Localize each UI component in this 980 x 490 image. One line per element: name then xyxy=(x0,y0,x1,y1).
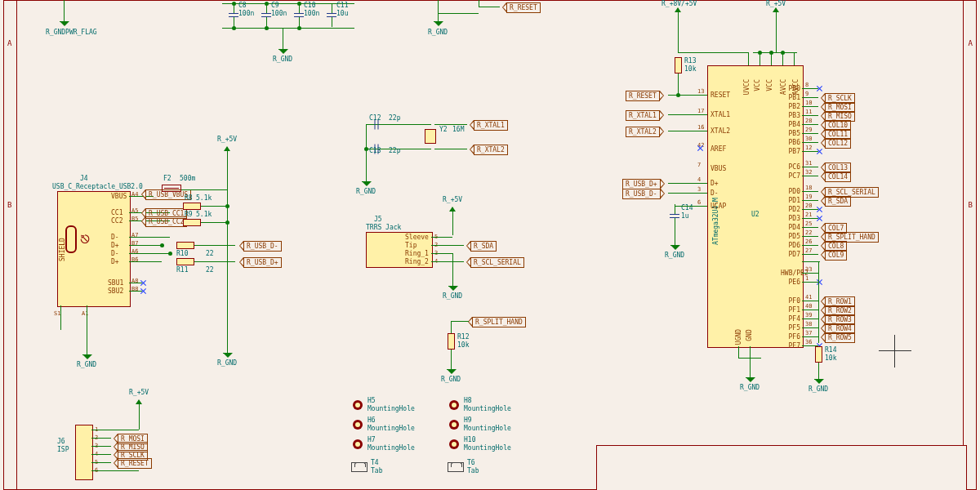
pnum: 22 xyxy=(805,229,812,236)
junction xyxy=(769,51,773,55)
ref-r9: R9 xyxy=(185,211,193,218)
wire xyxy=(668,114,707,115)
pnum: 13 xyxy=(697,88,704,95)
wire xyxy=(452,253,453,278)
wire xyxy=(802,124,818,125)
fuse-f2 xyxy=(162,185,181,192)
wire xyxy=(129,253,170,254)
wire xyxy=(748,52,749,65)
junction xyxy=(364,147,368,151)
gnd-lbl: R_GND xyxy=(808,385,828,393)
gnd-icon xyxy=(451,361,452,369)
ref-u2: U2 xyxy=(751,211,760,218)
gnd-icon xyxy=(818,371,819,379)
usb-slot-icon xyxy=(65,225,77,253)
net-xtal1-mcu: R_XTAL1 xyxy=(626,110,660,121)
cap-c12 xyxy=(369,125,384,126)
pnum: 11 xyxy=(805,109,812,115)
val-c9: 100n xyxy=(271,10,287,17)
gnd-lbl: R_GND xyxy=(665,252,684,259)
val-h6: MountingHole xyxy=(368,425,415,432)
val-j4: USB_C_Receptacle_USB2.0 xyxy=(52,183,143,190)
wire xyxy=(802,336,818,337)
wire xyxy=(431,253,452,254)
tab-icon xyxy=(351,462,368,472)
pin-pb4: PB4 xyxy=(781,121,800,128)
no-connect-icon xyxy=(697,145,703,151)
gnd-lbl: R_GND xyxy=(443,292,462,300)
pnum: 20 xyxy=(805,203,812,209)
wire xyxy=(802,236,818,237)
mounting-hole-icon xyxy=(353,400,363,410)
pnum: 16 xyxy=(697,124,704,131)
pnum: 18 xyxy=(805,185,812,191)
cap-c8 xyxy=(234,8,234,23)
pwr-icon xyxy=(227,147,228,158)
mounting-hole-icon xyxy=(449,420,459,430)
pin-vcc2: VCC xyxy=(766,79,773,91)
ref-r10: R10 xyxy=(176,250,188,257)
wire xyxy=(283,28,283,41)
pin-vbus: VBUS xyxy=(710,165,726,172)
wire xyxy=(802,88,818,89)
net-reset-mcu: R_RESET xyxy=(626,91,660,101)
ruler-b-right: B xyxy=(969,201,973,209)
ref-h9: H9 xyxy=(464,416,472,424)
gnd-lbl: R_GND xyxy=(356,188,376,195)
pnum: 17 xyxy=(697,108,704,114)
gnd-lbl: R_GND xyxy=(428,29,448,36)
wire xyxy=(91,454,111,455)
wire xyxy=(431,261,464,262)
pin-pd2: PD2 xyxy=(781,206,800,213)
wire xyxy=(431,245,464,246)
pwr-lbl: R_+8V/+5V xyxy=(662,0,697,7)
pnum: 6 xyxy=(697,199,701,206)
wire xyxy=(91,430,139,430)
ref-r11: R11 xyxy=(176,266,188,274)
pwr-lbl: R_+5V xyxy=(217,136,237,143)
wire xyxy=(201,222,227,223)
ref-y2: Y2 xyxy=(439,126,448,133)
pin-shield: SHIELD xyxy=(59,238,66,261)
usb-icon: ⎋ xyxy=(80,229,90,248)
net-pd1: R_SDA xyxy=(825,196,851,207)
wire xyxy=(776,20,777,52)
wire xyxy=(139,412,140,430)
pin-hwb-pe2: HWB/PE2 xyxy=(781,270,800,277)
wire xyxy=(802,151,818,152)
wire xyxy=(438,13,479,14)
wire xyxy=(64,0,65,13)
pin-vbus: VBUS xyxy=(111,193,127,200)
pnum: 25 xyxy=(805,220,812,227)
pnum: 40 xyxy=(805,303,812,310)
wire xyxy=(802,133,818,134)
ref-c9: C9 xyxy=(271,2,279,9)
wire xyxy=(802,142,818,143)
wire xyxy=(668,183,707,184)
wire xyxy=(222,28,354,29)
pin-ucap: UCAP xyxy=(710,203,726,210)
wire xyxy=(451,321,469,322)
gnd-icon xyxy=(227,345,228,353)
pin-sleeve: Sleeve xyxy=(405,234,429,241)
val-r8: 5.1k xyxy=(196,194,212,202)
wire xyxy=(802,261,820,262)
ref-f2: F2 xyxy=(163,175,172,182)
title-block xyxy=(596,445,967,490)
ref-c12: C12 xyxy=(369,114,381,122)
pin-aref: AREF xyxy=(710,145,726,153)
pin-pb5: PB5 xyxy=(781,130,800,137)
pin-pb7: PB7 xyxy=(781,148,800,155)
pnum: 37 xyxy=(805,330,812,336)
pin-pc6: PC6 xyxy=(781,163,800,171)
pwr-icon xyxy=(678,8,679,20)
pin-d-: D- xyxy=(710,189,719,197)
pnum: 31 xyxy=(805,160,812,167)
no-connect-icon xyxy=(140,288,146,294)
pin-dp: D+ xyxy=(111,242,119,249)
val-t6: Tab xyxy=(467,467,479,474)
no-connect-icon xyxy=(817,86,822,91)
val-c10: 100n xyxy=(304,10,319,17)
wire xyxy=(802,218,818,219)
wire xyxy=(60,305,61,330)
